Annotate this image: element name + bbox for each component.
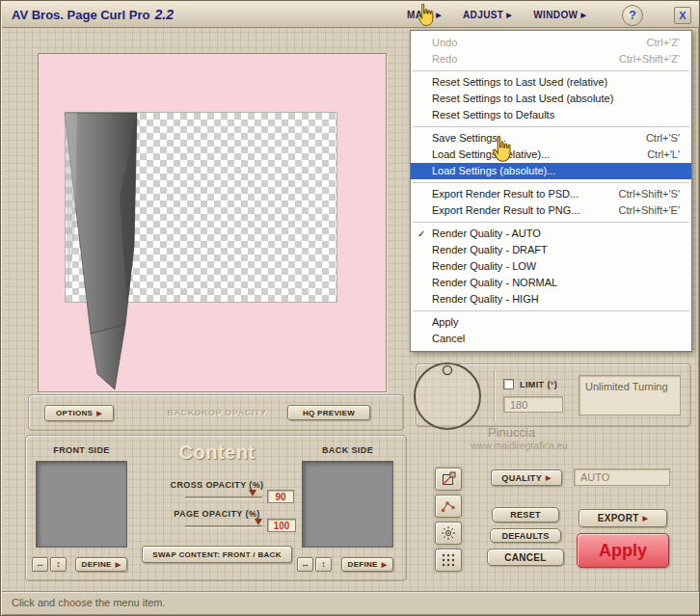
page-opacity-value[interactable]: 100 [267, 519, 296, 532]
node-path-icon [441, 498, 456, 514]
hq-preview-button[interactable]: HQ PREVIEW [287, 405, 370, 420]
limit-checkbox[interactable] [503, 379, 514, 389]
limit-label: LIMIT (°) [520, 380, 557, 389]
cross-opacity-value[interactable]: 90 [267, 490, 294, 503]
menu-item-undo: Undo Ctrl+'Z' [411, 35, 691, 51]
content-title: Content [130, 442, 304, 464]
menu-item-reset-absolute[interactable]: Reset Settings to Last Used (absolute) [411, 91, 691, 107]
menu-item-reset-relative[interactable]: Reset Settings to Last Used (relative) [411, 74, 691, 91]
menu-item-load-settings-relative[interactable]: Load Settings (relative)... Ctrl+'L' [411, 147, 691, 163]
texture-tool-button[interactable] [435, 549, 462, 572]
status-text: Click and choose the menu item. [12, 597, 166, 608]
menu-window[interactable]: WINDOW ▶ [533, 10, 586, 20]
panel-divider [494, 370, 495, 422]
back-flip-horizontal-button[interactable]: ↔ [297, 557, 313, 572]
watermark-url: www.maidiregrafica.eu [471, 441, 568, 451]
limit-value-field: 180 [503, 396, 563, 413]
main-dropdown-menu: Undo Ctrl+'Z' Redo Ctrl+Shift+'Z' Reset … [410, 30, 692, 352]
turning-dial[interactable] [412, 360, 483, 431]
title-bar: AV Bros. Page Curl Pro2.2 MAIN ▶ ADJUST … [2, 2, 699, 28]
cross-opacity-label: CROSS OPACITY (%) [130, 480, 304, 490]
export-button[interactable]: EXPORT ▶ [579, 509, 667, 527]
menu-adjust[interactable]: ADJUST ▶ [463, 10, 512, 20]
corner-pin-tool-button[interactable] [435, 468, 462, 491]
app-version: 2.2 [155, 7, 174, 22]
front-side-label: FRONT SIDE [36, 445, 127, 455]
menu-item-quality-draft[interactable]: Render Quality - DRAFT [411, 242, 691, 258]
submenu-arrow-icon: ▶ [96, 410, 102, 417]
dot-grid-icon [441, 552, 456, 568]
menu-item-quality-auto[interactable]: ✓ Render Quality - AUTO [411, 226, 691, 242]
front-define-button[interactable]: DEFINE ▶ [75, 557, 127, 572]
cross-opacity-thumb[interactable] [249, 490, 256, 496]
menu-arrow-icon: ▶ [436, 12, 442, 19]
window-title: AV Bros. Page Curl Pro2.2 [12, 2, 174, 28]
turning-mode-field: Unlimited Turning [579, 375, 681, 415]
app-window: AV Bros. Page Curl Pro2.2 MAIN ▶ ADJUST … [0, 0, 700, 616]
node-path-tool-button[interactable] [435, 495, 462, 518]
menu-separator [413, 182, 689, 183]
menu-item-redo: Redo Ctrl+Shift+'Z' [411, 51, 691, 67]
cancel-button[interactable]: CANCEL [487, 549, 564, 566]
defaults-button[interactable]: DEFAULTS [490, 528, 561, 543]
help-button[interactable]: ? [622, 5, 643, 26]
checkmark-icon: ✓ [417, 226, 425, 242]
status-bar: Click and choose the menu item. [2, 591, 699, 614]
sun-icon [441, 525, 456, 541]
quality-button[interactable]: QUALITY ▶ [491, 469, 562, 486]
cross-opacity-slider[interactable] [185, 496, 262, 499]
menu-separator [413, 222, 689, 223]
close-button[interactable]: X [674, 7, 691, 24]
corner-pin-icon [441, 471, 456, 487]
content-panel: FRONT SIDE Content CROSS OPACITY (%) 90 … [25, 435, 407, 581]
submenu-arrow-icon: ▶ [546, 474, 552, 482]
menu-arrow-icon: ▶ [580, 12, 586, 19]
page-opacity-thumb[interactable] [255, 519, 262, 525]
backdrop-strip: OPTIONS ▶ BACKDROP OPACITY HQ PREVIEW [28, 394, 404, 431]
submenu-arrow-icon: ▶ [382, 561, 388, 569]
menu-item-reset-defaults[interactable]: Reset Settings to Defaults [411, 107, 691, 123]
page-opacity-label: PAGE OPACITY (%) [130, 509, 304, 519]
swap-content-button[interactable]: SWAP CONTENT: FRONT / BACK [142, 546, 292, 563]
menu-item-save-settings[interactable]: Save Settings... Ctrl+'S' [411, 130, 691, 147]
front-flip-horizontal-button[interactable]: ↔ [32, 557, 48, 572]
preview-area[interactable] [38, 53, 387, 392]
menu-item-apply[interactable]: Apply [411, 314, 691, 331]
front-flip-vertical-button[interactable]: ↕ [50, 557, 67, 572]
lighting-tool-button[interactable] [435, 522, 462, 545]
apply-button[interactable]: Apply [577, 533, 669, 568]
submenu-arrow-icon: ▶ [116, 561, 121, 569]
app-name: AV Bros. Page Curl Pro [12, 8, 150, 22]
menu-item-export-psd[interactable]: Export Render Result to PSD... Ctrl+Shif… [411, 186, 691, 202]
menu-separator [413, 310, 689, 311]
back-flip-vertical-button[interactable]: ↕ [315, 557, 332, 572]
quality-value-field: AUTO [574, 469, 670, 486]
watermark-name: Pinuccia [488, 425, 535, 440]
menu-item-quality-high[interactable]: Render Quality - HIGH [411, 291, 691, 308]
back-define-button[interactable]: DEFINE ▶ [341, 557, 393, 572]
menu-separator [413, 126, 689, 127]
menu-item-export-png[interactable]: Export Render Result to PNG... Ctrl+Shif… [411, 202, 691, 219]
menu-item-cancel[interactable]: Cancel [411, 331, 691, 347]
submenu-arrow-icon: ▶ [643, 515, 649, 522]
menu-item-load-settings-absolute[interactable]: Load Settings (absolute)... [411, 163, 691, 179]
reset-button[interactable]: RESET [492, 507, 559, 522]
menu-arrow-icon: ▶ [506, 12, 512, 19]
back-side-preview[interactable] [302, 461, 393, 548]
options-button[interactable]: OPTIONS ▶ [44, 405, 114, 421]
menu-item-quality-normal[interactable]: Render Quality - NORMAL [411, 275, 691, 291]
page-opacity-slider[interactable] [185, 525, 262, 528]
menu-main[interactable]: MAIN ▶ [407, 10, 442, 20]
back-side-label: BACK SIDE [302, 445, 393, 455]
page-curl-graphic [39, 54, 388, 393]
menu-bar: MAIN ▶ ADJUST ▶ WINDOW ▶ [407, 2, 586, 28]
menu-separator [413, 70, 689, 71]
backdrop-opacity-label: BACKDROP OPACITY [140, 408, 294, 417]
menu-item-quality-low[interactable]: Render Quality - LOW [411, 258, 691, 275]
front-side-preview[interactable] [36, 461, 127, 548]
